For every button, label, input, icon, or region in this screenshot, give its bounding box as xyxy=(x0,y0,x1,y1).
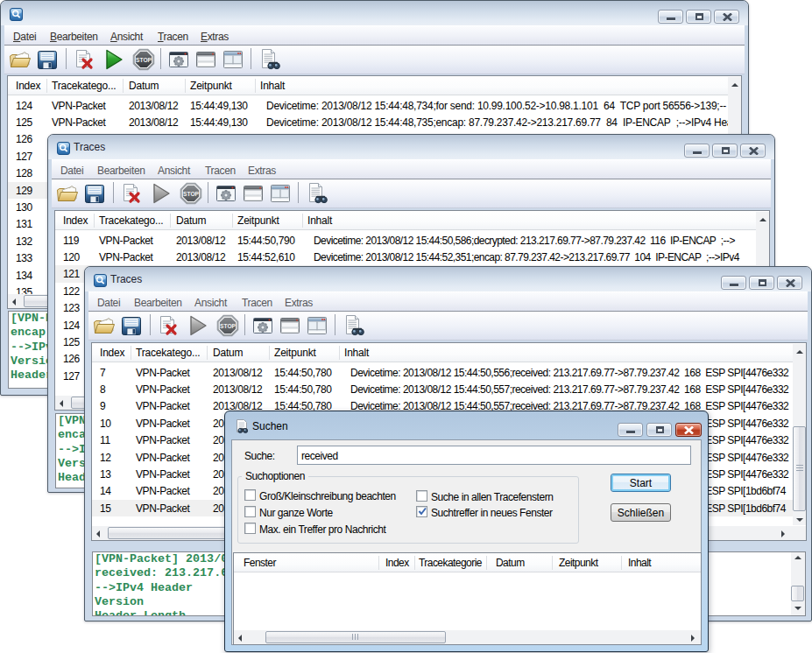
svg-text:STOP: STOP xyxy=(183,191,199,197)
svg-text:STOP: STOP xyxy=(136,57,152,63)
svg-text:STOP: STOP xyxy=(220,323,236,329)
